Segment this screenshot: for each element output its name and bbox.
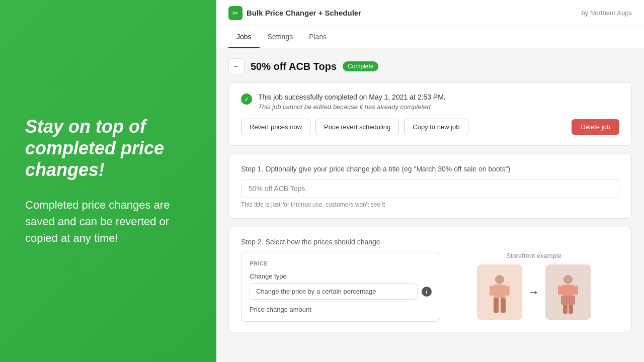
edit-note: This job cannot be edited because it has… [258, 103, 446, 111]
status-badge: Complete [343, 61, 378, 71]
back-button[interactable]: ← [228, 58, 245, 74]
svg-rect-12 [574, 286, 578, 295]
price-section-label: PRICE [250, 260, 432, 266]
svg-rect-1 [494, 285, 506, 298]
app-header: ✂ Bulk Price Changer + Scheduler by Nort… [216, 0, 644, 26]
price-revert-scheduling-button[interactable]: Price revert scheduling [315, 119, 399, 135]
input-hint: This title is just for internal use, cus… [241, 201, 619, 208]
product-before [477, 264, 522, 320]
svg-rect-10 [569, 305, 573, 314]
step2-grid: PRICE Change type Change the price by a … [241, 252, 619, 322]
arrow-icon: → [522, 286, 545, 299]
revert-prices-now-button[interactable]: Revert prices now [241, 119, 310, 135]
tab-jobs[interactable]: Jobs [228, 26, 260, 48]
svg-rect-9 [563, 305, 568, 314]
success-banner: ✓ This job successfully completed on May… [241, 93, 619, 111]
info-icon[interactable]: i [422, 287, 432, 297]
main-content: ← 50% off ACB Tops Complete ✓ This job s… [216, 48, 644, 362]
app-by-label: by Northern Apps [582, 9, 632, 17]
svg-rect-2 [494, 298, 499, 313]
success-text-block: This job successfully completed on May 1… [258, 93, 446, 111]
page-title: 50% off ACB Tops [251, 61, 337, 72]
svg-rect-8 [561, 296, 575, 305]
price-change-amount-label: Price change amount [250, 306, 432, 313]
svg-rect-3 [501, 298, 506, 313]
storefront-label: Storefront example [448, 252, 619, 259]
step1-card: Step 1. Optionally give your price chang… [228, 154, 632, 219]
model-after-svg [553, 275, 583, 320]
app-header-left: ✂ Bulk Price Changer + Scheduler [228, 6, 361, 20]
change-type-label: Change type [250, 273, 432, 280]
step1-label: Step 1. Optionally give your price chang… [241, 164, 619, 173]
success-message: This job successfully completed on May 1… [258, 93, 446, 101]
storefront-images: → [448, 264, 619, 320]
success-icon: ✓ [241, 94, 252, 105]
action-buttons-left: Revert prices now Price revert schedulin… [241, 119, 468, 135]
svg-rect-11 [558, 286, 562, 295]
copy-to-new-job-button[interactable]: Copy to new job [404, 119, 468, 135]
status-card: ✓ This job successfully completed on May… [228, 82, 632, 146]
svg-rect-5 [506, 286, 510, 296]
model-before-svg [485, 275, 515, 320]
page-header: ← 50% off ACB Tops Complete [228, 58, 632, 74]
step2-card: Step 2. Select how the prices should cha… [228, 227, 632, 332]
tab-plans[interactable]: Plans [301, 26, 335, 48]
job-title-input[interactable] [241, 179, 619, 198]
price-panel: PRICE Change type Change the price by a … [241, 252, 440, 322]
right-panel: ✂ Bulk Price Changer + Scheduler by Nort… [216, 0, 644, 362]
app-title: Bulk Price Changer + Scheduler [247, 9, 361, 17]
svg-rect-7 [562, 285, 574, 296]
select-wrapper: Change the price by a certain percentage… [250, 283, 432, 300]
change-type-select[interactable]: Change the price by a certain percentage [250, 283, 418, 300]
nav-tabs: Jobs Settings Plans [216, 26, 644, 48]
svg-point-0 [495, 275, 504, 284]
body-text: Completed price changes are saved and ca… [25, 197, 191, 246]
product-after [545, 264, 591, 320]
app-logo-icon: ✂ [228, 6, 243, 20]
delete-job-button[interactable]: Delete job [572, 119, 619, 135]
left-panel: Stay on top of completed price changes! … [0, 0, 216, 362]
headline: Stay on top of completed price changes! [25, 116, 191, 181]
storefront-panel: Storefront example [448, 252, 619, 322]
tab-settings[interactable]: Settings [260, 26, 301, 48]
step2-label: Step 2. Select how the prices should cha… [241, 237, 619, 246]
svg-rect-4 [490, 286, 494, 296]
action-buttons: Revert prices now Price revert schedulin… [241, 119, 619, 135]
svg-point-6 [564, 275, 573, 284]
